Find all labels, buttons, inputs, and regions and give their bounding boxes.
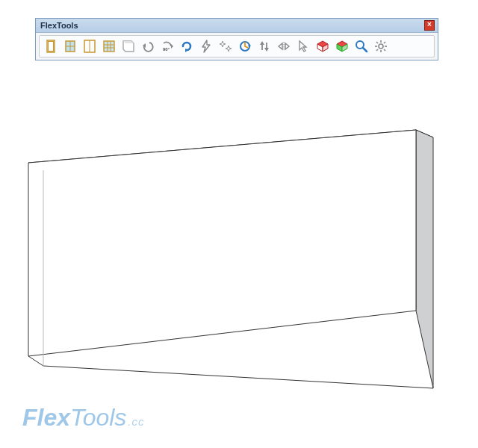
dynamic-refresh-icon[interactable] [236, 37, 254, 55]
svg-marker-44 [28, 130, 416, 356]
flexdoor-icon[interactable] [42, 37, 60, 55]
flexwall-icon[interactable] [120, 37, 137, 55]
watermark-light: Tools [70, 404, 126, 431]
svg-text:90°: 90° [163, 47, 170, 52]
svg-marker-43 [416, 130, 433, 388]
svg-marker-19 [260, 41, 264, 45]
refresh-icon[interactable] [178, 37, 196, 55]
svg-line-40 [376, 49, 378, 51]
close-icon[interactable]: × [424, 20, 435, 31]
svg-marker-13 [171, 44, 173, 49]
watermark-bold: Flex [22, 404, 70, 431]
svg-rect-7 [104, 41, 114, 52]
toolbar-body: 90° [36, 33, 438, 60]
toolbar-titlebar[interactable]: FlexTools × [36, 19, 438, 33]
undo-icon[interactable] [139, 37, 157, 55]
svg-line-38 [376, 42, 378, 43]
component-red-icon[interactable] [314, 37, 332, 55]
lightning-icon[interactable] [197, 37, 215, 55]
svg-marker-42 [28, 130, 433, 170]
flexwindow-grid-icon[interactable] [100, 37, 118, 55]
rotate-90-icon[interactable]: 90° [158, 37, 176, 55]
svg-line-41 [384, 42, 385, 43]
settings-icon[interactable] [372, 37, 390, 55]
zoom-icon[interactable] [353, 37, 370, 55]
flexdoor-double-icon[interactable] [81, 37, 99, 55]
svg-marker-21 [279, 43, 282, 49]
svg-marker-20 [264, 48, 269, 52]
svg-point-33 [379, 44, 383, 49]
mirror-icon[interactable] [275, 37, 293, 55]
component-green-icon[interactable] [333, 37, 351, 55]
toolbar-row: 90° [39, 35, 435, 57]
flextools-watermark: FlexTools.cc [22, 404, 145, 432]
svg-line-39 [384, 49, 385, 51]
svg-line-32 [363, 48, 367, 52]
watermark-suffix: .cc [126, 415, 144, 428]
svg-rect-1 [49, 42, 54, 52]
svg-marker-24 [299, 41, 306, 52]
sparkle-icon[interactable] [217, 37, 235, 55]
model-viewport[interactable] [0, 0, 478, 448]
toolbar-title: FlexTools [40, 21, 78, 30]
arrows-updown-icon[interactable] [255, 37, 273, 55]
select-arrow-icon[interactable] [294, 37, 312, 55]
svg-marker-22 [285, 43, 289, 49]
flexwindow-icon[interactable] [61, 37, 79, 55]
svg-marker-16 [202, 40, 210, 52]
flextools-toolbar-window: FlexTools × [35, 18, 438, 60]
